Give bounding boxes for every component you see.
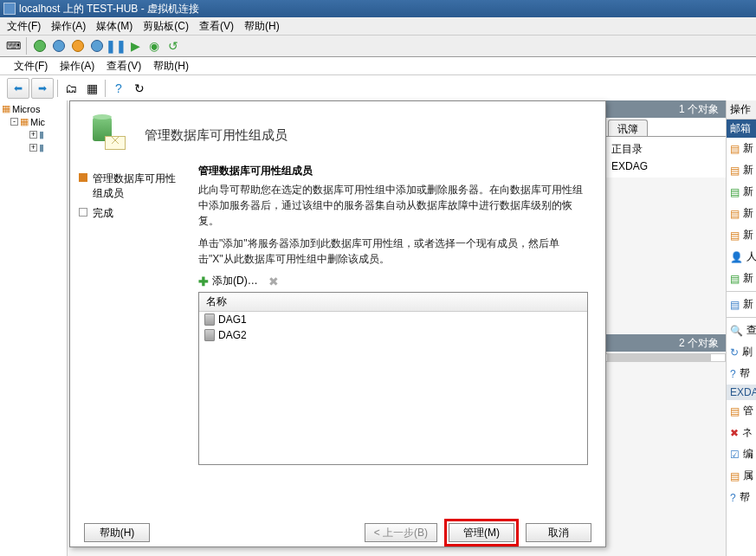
tabstrip: 讯簿: [604, 118, 726, 137]
tree-leaf-1[interactable]: + ▮: [2, 128, 65, 141]
vm-title: localhost 上的 TEST-HUB - 虚拟机连接: [19, 0, 199, 17]
action-new-1[interactable]: ▤新: [727, 138, 756, 159]
add-icon: ✚: [198, 275, 209, 288]
tree-expander[interactable]: -: [10, 118, 18, 126]
vm-toolbar: ⌨ ❚❚ ▶ ◉ ↺: [0, 35, 756, 57]
add-link[interactable]: 添加(D)…: [212, 274, 258, 288]
mmc-menu-view[interactable]: 查看(V): [107, 59, 141, 74]
tree-pane: ▦Micros - ▦Mic + ▮ + ▮: [0, 100, 68, 556]
list-header: 名称: [199, 293, 587, 312]
tree-leaf-2[interactable]: + ▮: [2, 141, 65, 154]
actions-header: 操作: [727, 100, 756, 120]
table-row[interactable]: DAG1: [199, 312, 587, 327]
action-manage[interactable]: ▤管: [727, 400, 756, 422]
back-button[interactable]: < 上一步(B): [365, 523, 437, 542]
turnoff-button[interactable]: [51, 38, 67, 54]
action-new-6[interactable]: ▤新: [727, 268, 756, 289]
server-icon: [204, 329, 215, 341]
pause-button[interactable]: ❚❚: [108, 38, 124, 54]
vm-titlebar: localhost 上的 TEST-HUB - 虚拟机连接: [0, 0, 756, 17]
mmc-menubar: 文件(F) 操作(A) 查看(V) 帮助(H): [0, 57, 756, 74]
description-2: 单击"添加"将服务器添加到此数据库可用性组，或者选择一个现有成员，然后单击"X"…: [198, 236, 588, 267]
col-name[interactable]: 名称: [206, 294, 580, 309]
actions-section-mailbox: 邮箱: [727, 120, 756, 138]
actions-pane: 操作 邮箱 ▤新 ▤新 ▤新 ▤新 ▤新 👤人 ▤新 ▤新 🔍查 ↻刷 ?帮 E…: [726, 100, 756, 556]
step-manage-members[interactable]: 管理数据库可用性组成员: [79, 169, 184, 204]
wizard-icon: [87, 113, 131, 157]
ctl-alt-del-button[interactable]: ⌨: [5, 38, 21, 54]
back-button[interactable]: [7, 78, 29, 99]
action-new-4[interactable]: ▤新: [727, 203, 756, 224]
tab-addressbook[interactable]: 讯簿: [608, 120, 648, 136]
start-button[interactable]: [32, 38, 48, 54]
menu-file[interactable]: 文件(F): [7, 19, 41, 34]
result-count-header: 2 个对象: [604, 334, 726, 352]
action-new-3[interactable]: ▤新: [727, 181, 756, 203]
mmc-toolbar: 🗂 ▦ ? ↻: [0, 74, 756, 100]
menu-action[interactable]: 操作(A): [51, 19, 86, 34]
result-list: 正目录 EXDAG: [604, 137, 726, 178]
forward-button[interactable]: [31, 78, 54, 99]
vm-menubar: 文件(F) 操作(A) 媒体(M) 剪贴板(C) 查看(V) 帮助(H): [0, 17, 756, 35]
show-hide-tree-button[interactable]: 🗂: [61, 79, 81, 98]
tree-root[interactable]: ▦Micros: [2, 102, 65, 115]
tree-expander[interactable]: +: [29, 131, 37, 139]
description-1: 此向导可帮助您在选定的数据库可用性组中添加或删除服务器。在向数据库可用性组中添加…: [198, 182, 588, 229]
step-indicator-pending: [79, 208, 87, 217]
help-button[interactable]: ?: [109, 79, 128, 98]
server-icon: [204, 314, 215, 326]
action-user[interactable]: 👤人: [727, 246, 756, 268]
action-new-7[interactable]: ▤新: [727, 294, 756, 315]
action-new-2[interactable]: ▤新: [727, 159, 756, 181]
action-edit[interactable]: ☑编: [727, 443, 756, 465]
action-refresh[interactable]: ↻刷: [727, 341, 756, 363]
wizard-header: 管理数据库可用性组成员: [70, 101, 605, 164]
wizard-title: 管理数据库可用性组成员: [145, 127, 288, 144]
menu-clipboard[interactable]: 剪贴板(C): [143, 19, 189, 34]
shutdown-button[interactable]: [70, 38, 86, 54]
tree-expander[interactable]: +: [29, 144, 37, 152]
revert-button[interactable]: ↺: [165, 38, 181, 54]
table-row[interactable]: DAG2: [199, 327, 587, 343]
result-count-header: 1 个对象: [604, 100, 726, 118]
tree-child[interactable]: - ▦Mic: [2, 115, 65, 128]
mmc-menu-action[interactable]: 操作(A): [60, 59, 94, 74]
action-view[interactable]: 🔍查: [727, 320, 756, 341]
remove-icon[interactable]: ✖: [268, 275, 279, 288]
list-item[interactable]: 正目录: [611, 140, 719, 158]
cancel-button[interactable]: 取消: [526, 523, 591, 542]
help-button[interactable]: 帮助(H): [84, 523, 150, 542]
wizard-steps: 管理数据库可用性组成员 完成: [70, 164, 193, 510]
wizard-dialog: 管理数据库可用性组成员 管理数据库可用性组成员 完成 管理数据库可用性组成员 此…: [69, 100, 606, 547]
step-complete[interactable]: 完成: [79, 204, 184, 223]
reset-button[interactable]: ▶: [127, 38, 143, 54]
wizard-footer: 帮助(H) < 上一步(B) 管理(M) 取消: [70, 510, 605, 555]
vm-icon: [3, 3, 16, 15]
action-help2[interactable]: ?帮: [727, 487, 756, 508]
mmc-menu-file[interactable]: 文件(F): [14, 59, 48, 74]
members-list: 名称 DAG1 DAG2: [198, 292, 588, 465]
menu-help[interactable]: 帮助(H): [244, 19, 280, 34]
list-item[interactable]: EXDAG: [611, 158, 719, 174]
step-indicator-active: [79, 173, 87, 182]
action-network[interactable]: ✖ネ: [727, 422, 756, 443]
actions-section-exdag: EXDA: [727, 385, 756, 400]
snapshot-button[interactable]: ◉: [146, 38, 162, 54]
action-props[interactable]: ▤属: [727, 465, 756, 487]
menu-view[interactable]: 查看(V): [199, 19, 234, 34]
save-button[interactable]: [89, 38, 105, 54]
section-title: 管理数据库可用性组成员: [198, 164, 588, 178]
properties-button[interactable]: ▦: [82, 79, 101, 98]
menu-media[interactable]: 媒体(M): [96, 19, 132, 34]
scrollbar[interactable]: [607, 354, 711, 361]
refresh-button[interactable]: ↻: [130, 79, 149, 98]
action-new-5[interactable]: ▤新: [727, 224, 756, 246]
highlight-box: 管理(M): [444, 519, 519, 546]
mmc-menu-help[interactable]: 帮助(H): [153, 59, 189, 74]
action-help[interactable]: ?帮: [727, 363, 756, 385]
manage-button[interactable]: 管理(M): [449, 523, 514, 542]
wizard-main: 管理数据库可用性组成员 此向导可帮助您在选定的数据库可用性组中添加或删除服务器。…: [193, 164, 605, 510]
